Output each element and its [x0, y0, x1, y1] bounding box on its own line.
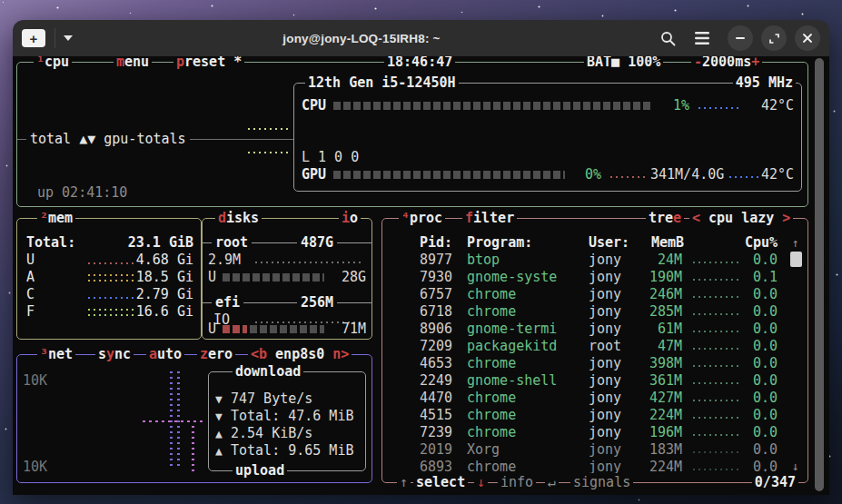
cpu-inner-box: 12th Gen i5-12450H 495 MHz CPU 1% 42°C L… — [293, 83, 802, 192]
restore-button[interactable] — [761, 25, 787, 51]
proc-scrollbar-thumb[interactable] — [790, 252, 802, 267]
process-user: root — [589, 338, 621, 355]
footer-up-arrow[interactable]: ↑ — [397, 473, 411, 491]
net-prev-interface-button[interactable]: <b — [251, 346, 267, 362]
process-cpu-graph — [691, 467, 742, 471]
update-interval: -2000ms+ — [691, 56, 762, 71]
process-cpu: 0.0 — [739, 390, 778, 407]
interval-increase-button[interactable]: + — [751, 56, 759, 70]
process-name: chrome — [467, 355, 516, 372]
mem-row-key: C — [26, 286, 35, 303]
process-cpu: 0.0 — [739, 424, 778, 441]
root-disk-label: root — [212, 234, 252, 252]
net-panel-title[interactable]: ³net — [37, 345, 75, 363]
table-row[interactable]: 2249 gnome-shell jony 361M 0.0 — [382, 372, 793, 390]
gpu-vram-graph — [728, 174, 760, 180]
mem-row-value: 18.5 Gi — [84, 269, 193, 286]
close-button[interactable] — [795, 25, 820, 51]
process-cpu: 0.0 — [739, 441, 778, 459]
mem-row-value: 2.79 Gi — [84, 286, 193, 303]
mem-row-value: 4.68 Gi — [84, 252, 193, 269]
process-cpu-graph — [691, 450, 742, 454]
process-mem: 398M — [624, 355, 682, 372]
process-name: gnome-termi — [467, 321, 557, 338]
minimize-button[interactable] — [728, 25, 753, 51]
net-stat-row: ▲ Total: 9.65 MiB — [209, 442, 365, 460]
process-cpu: 0.0 — [739, 252, 778, 269]
process-mem: 61M — [624, 321, 682, 338]
net-interface-switcher[interactable]: <b enp8s0 n> — [248, 345, 352, 363]
process-mem: 183M — [624, 441, 682, 459]
mem-panel: ²mem Total: 23.1 GiB U 4.68 Gi A 18.5 Gi… — [16, 218, 202, 340]
net-direction-icon: ▼ — [215, 390, 223, 408]
clock: 18:46:47 — [384, 56, 455, 71]
table-row[interactable]: 8977 btop jony 24M 0.0 — [382, 252, 793, 269]
hamburger-menu-icon[interactable] — [692, 28, 712, 48]
cpu-row-label: CPU — [302, 97, 326, 114]
net-direction-icon: ▲ — [215, 425, 223, 442]
mem-row-key: F — [26, 303, 35, 321]
table-row[interactable]: 4470 chrome jony 427M 0.0 — [382, 390, 793, 407]
process-mem: 427M — [624, 390, 682, 407]
process-pid: 6757 — [391, 286, 452, 303]
net-panel: ³net sync auto zero <b enp8s0 n> 10K 10K… — [16, 354, 372, 483]
table-row[interactable]: 7239 chrome jony 196M 0.0 — [382, 424, 793, 441]
cpu-panel-title[interactable]: ¹cpu — [34, 56, 72, 71]
net-sync-button[interactable]: sync — [95, 345, 134, 363]
cpu-mini-graph — [246, 126, 290, 132]
footer-info-button[interactable]: info — [498, 473, 536, 491]
process-user: jony — [589, 390, 621, 407]
gpu-totals-toggle[interactable]: total ▲▼ gpu-totals — [26, 131, 190, 148]
mem-rows: U 4.68 Gi A 18.5 Gi C 2.79 Gi F 16.6 Gi — [17, 219, 201, 339]
preset-button[interactable]: preset * — [173, 56, 244, 71]
net-interface-name: enp8s0 — [267, 346, 332, 362]
terminal-scrollbar[interactable] — [815, 58, 824, 491]
table-row[interactable]: 7930 gnome-syste jony 190M 0.1 — [382, 269, 793, 286]
root-disk-activity: 2.9M — [208, 252, 241, 269]
process-name: chrome — [467, 390, 516, 407]
process-cpu: 0.0 — [739, 407, 778, 424]
process-cpu: 0.0 — [739, 303, 778, 321]
process-cpu-graph — [691, 277, 742, 282]
table-row[interactable]: 7209 packagekitd root 47M 0.0 — [382, 338, 793, 355]
process-name: chrome — [467, 424, 516, 441]
table-row[interactable]: 6718 chrome jony 285M 0.0 — [382, 303, 793, 321]
footer-select[interactable]: select — [413, 473, 468, 491]
net-auto-button[interactable]: auto — [146, 345, 184, 363]
terminal-window: + jony@jony-LOQ-15IRH8: ~ ¹cpu menu pres… — [13, 20, 829, 495]
gpu-vram: 341M/4.0G — [650, 166, 724, 183]
disks-io-toggle[interactable]: io — [339, 209, 361, 227]
process-count: 0/347 — [752, 473, 798, 491]
net-zero-button[interactable]: zero — [197, 345, 235, 363]
process-cpu-graph — [691, 346, 742, 351]
process-pid: 4470 — [391, 390, 452, 407]
net-scale-bottom: 10K — [23, 459, 47, 476]
search-icon[interactable] — [658, 28, 678, 48]
net-next-interface-button[interactable]: n> — [332, 346, 349, 362]
mem-row: F 16.6 Gi — [17, 303, 201, 321]
chevron-down-icon[interactable] — [64, 35, 73, 41]
table-row[interactable]: 6757 chrome jony 246M 0.0 — [382, 286, 793, 303]
disks-panel: disks io root 487G 2.9M U 28G efi 256M I… — [202, 218, 372, 340]
disks-panel-title[interactable]: disks — [215, 209, 262, 227]
process-cpu: 0.1 — [739, 269, 778, 286]
footer-down-arrow[interactable]: ↓ — [474, 473, 488, 491]
table-row[interactable]: 4653 chrome jony 398M 0.0 — [382, 355, 793, 372]
mem-row: U 4.68 Gi — [17, 252, 201, 269]
efi-disk-label: efi — [212, 294, 243, 311]
terminal-titlebar: + jony@jony-LOQ-15IRH8: ~ — [13, 20, 829, 56]
menu-button[interactable]: menu — [114, 56, 152, 71]
net-stat-text: 747 Byte/s — [231, 390, 312, 408]
new-tab-icon[interactable]: + — [22, 29, 45, 47]
interval-decrease-button[interactable]: - — [694, 56, 702, 70]
process-pid: 8906 — [391, 321, 452, 338]
table-row[interactable]: 2019 Xorg jony 183M 0.0 — [382, 441, 793, 459]
footer-signals-button[interactable]: signals — [570, 473, 633, 491]
process-pid: 6718 — [391, 303, 452, 321]
table-row[interactable]: 8906 gnome-termi jony 61M 0.0 — [382, 321, 793, 338]
process-cpu-graph — [691, 380, 742, 385]
table-row[interactable]: 4515 chrome jony 224M 0.0 — [382, 407, 793, 424]
process-mem: 224M — [624, 407, 682, 424]
process-cpu-graph — [691, 260, 742, 264]
process-cpu-graph — [691, 363, 742, 368]
